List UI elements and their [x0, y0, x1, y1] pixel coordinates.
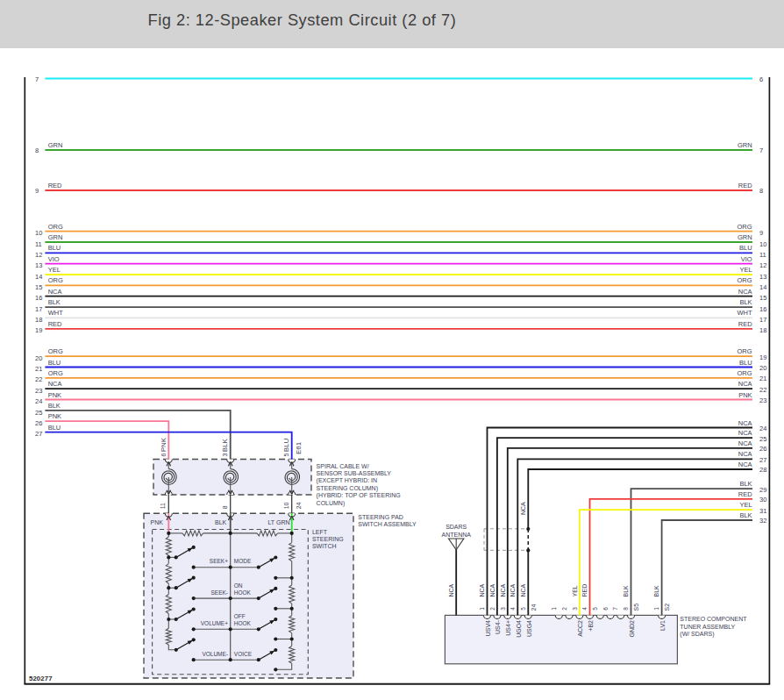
- svg-text:10: 10: [759, 240, 766, 248]
- svg-text:4: 4: [581, 607, 588, 611]
- svg-text:MODE: MODE: [234, 558, 252, 564]
- svg-text:STEERING: STEERING: [312, 536, 344, 542]
- svg-text:24: 24: [531, 604, 537, 611]
- svg-text:(EXCEPT HYBRID: IN: (EXCEPT HYBRID: IN: [317, 477, 378, 484]
- svg-text:RED: RED: [738, 490, 752, 498]
- svg-text:2: 2: [489, 607, 495, 611]
- svg-text:23: 23: [759, 396, 766, 404]
- svg-text:PNK: PNK: [48, 412, 61, 420]
- svg-text:12: 12: [759, 261, 766, 269]
- svg-text:2: 2: [561, 607, 567, 611]
- svg-text:BLK: BLK: [48, 298, 61, 306]
- svg-text:NCA: NCA: [500, 583, 506, 596]
- svg-text:LT GRN: LT GRN: [268, 519, 290, 525]
- svg-text:VIO: VIO: [48, 255, 60, 263]
- svg-text:STEERING PAD: STEERING PAD: [358, 514, 403, 520]
- svg-text:9: 9: [759, 229, 763, 237]
- svg-text:SWITCH: SWITCH: [312, 543, 337, 549]
- svg-text:27: 27: [759, 456, 766, 464]
- svg-text:1: 1: [653, 607, 659, 611]
- svg-text:YEL: YEL: [739, 266, 752, 274]
- svg-text:SPIRAL CABLE W/: SPIRAL CABLE W/: [317, 463, 369, 469]
- svg-text:NCA: NCA: [448, 583, 454, 596]
- svg-text:YEL: YEL: [48, 266, 61, 274]
- svg-text:5: 5: [283, 453, 289, 456]
- svg-text:NCA: NCA: [48, 380, 62, 388]
- svg-text:11: 11: [759, 251, 766, 259]
- svg-text:1: 1: [479, 607, 485, 611]
- svg-text:ORG: ORG: [738, 347, 752, 355]
- svg-text:NCA: NCA: [489, 583, 495, 596]
- svg-text:6: 6: [759, 75, 763, 83]
- svg-text:5: 5: [592, 607, 598, 611]
- svg-text:18: 18: [759, 326, 766, 334]
- svg-text:E61: E61: [295, 441, 303, 454]
- svg-text:BLK: BLK: [215, 519, 227, 525]
- svg-text:SEEK-: SEEK-: [210, 589, 228, 596]
- svg-text:24: 24: [35, 397, 42, 405]
- svg-text:ORG: ORG: [738, 223, 752, 231]
- svg-text:24: 24: [296, 502, 302, 509]
- svg-text:ORG: ORG: [48, 347, 63, 355]
- svg-text:RED: RED: [738, 320, 752, 328]
- svg-text:STEREO COMPONENT: STEREO COMPONENT: [680, 616, 747, 622]
- svg-text:8: 8: [35, 146, 39, 154]
- svg-text:15: 15: [35, 283, 42, 291]
- svg-text:BLU: BLU: [282, 439, 290, 453]
- svg-text:ORG: ORG: [48, 223, 63, 231]
- svg-text:SENSOR SUB-ASSEMBLY: SENSOR SUB-ASSEMBLY: [317, 470, 392, 476]
- svg-text:12: 12: [35, 251, 42, 259]
- svg-text:31: 31: [759, 507, 766, 515]
- svg-text:28: 28: [759, 466, 766, 474]
- svg-text:PNK: PNK: [738, 391, 752, 399]
- svg-text:ORG: ORG: [738, 276, 752, 284]
- svg-text:BLU: BLU: [48, 359, 61, 367]
- svg-text:YEL: YEL: [572, 585, 578, 596]
- svg-text:32: 32: [759, 517, 766, 525]
- svg-text:OFF: OFF: [234, 613, 246, 619]
- svg-text:17: 17: [35, 305, 42, 313]
- svg-text:22: 22: [759, 386, 766, 394]
- svg-text:S2: S2: [664, 604, 670, 611]
- svg-text:NCA: NCA: [520, 583, 526, 596]
- svg-text:3: 3: [500, 607, 506, 611]
- svg-text:BLK: BLK: [48, 402, 61, 410]
- svg-text:S5: S5: [633, 604, 639, 611]
- svg-text:BLU: BLU: [48, 424, 61, 432]
- svg-text:520277: 520277: [29, 675, 53, 682]
- svg-text:22: 22: [35, 375, 42, 383]
- svg-text:30: 30: [759, 496, 766, 504]
- svg-text:21: 21: [759, 375, 766, 382]
- svg-text:20: 20: [35, 354, 42, 362]
- svg-text:WHT: WHT: [48, 309, 63, 317]
- svg-text:NCA: NCA: [738, 419, 752, 427]
- svg-text:ACC2: ACC2: [577, 620, 583, 637]
- svg-text:USV4: USV4: [485, 620, 491, 636]
- svg-text:27: 27: [35, 430, 42, 438]
- svg-text:ORG: ORG: [738, 369, 752, 377]
- svg-text:SEEK+: SEEK+: [210, 558, 228, 564]
- svg-text:BLU: BLU: [48, 244, 61, 252]
- svg-text:BLK: BLK: [739, 298, 752, 306]
- svg-text:PNK: PNK: [48, 391, 61, 399]
- svg-text:25: 25: [759, 435, 766, 443]
- svg-text:NCA: NCA: [738, 429, 752, 437]
- svg-text:10: 10: [283, 502, 289, 509]
- svg-text:VIO: VIO: [741, 255, 752, 263]
- svg-text:BLU: BLU: [739, 244, 752, 252]
- svg-text:10: 10: [35, 229, 42, 237]
- svg-text:STEERING COLUMN): STEERING COLUMN): [317, 485, 378, 492]
- svg-text:NCA: NCA: [479, 583, 485, 596]
- svg-text:NCA: NCA: [738, 380, 752, 388]
- svg-text:RED: RED: [48, 320, 62, 328]
- svg-text:PNK: PNK: [151, 519, 164, 525]
- svg-text:SWITCH ASSEMBLY: SWITCH ASSEMBLY: [358, 521, 417, 527]
- svg-text:RED: RED: [581, 584, 588, 597]
- svg-text:11: 11: [160, 503, 166, 509]
- svg-text:14: 14: [35, 273, 42, 281]
- svg-text:20: 20: [759, 364, 766, 372]
- svg-text:24: 24: [759, 425, 766, 432]
- svg-text:BLK: BLK: [653, 585, 659, 597]
- svg-text:29: 29: [759, 486, 766, 494]
- svg-text:LV1: LV1: [659, 620, 666, 631]
